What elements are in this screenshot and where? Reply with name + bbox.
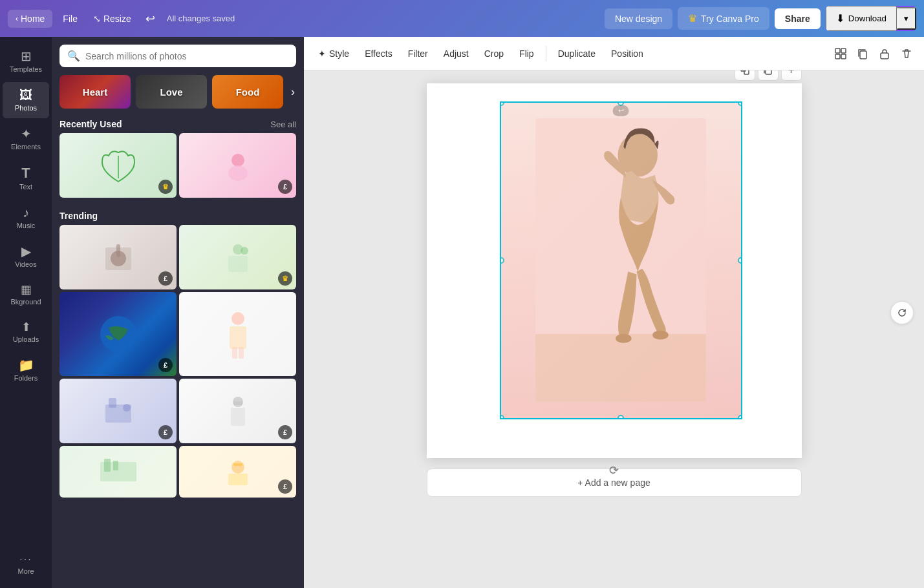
category-food[interactable]: Food [212, 75, 283, 109]
svg-rect-13 [239, 347, 244, 359]
trending-row-4: £ [59, 446, 296, 498]
svg-rect-34 [766, 70, 771, 74]
resize-handle-mr[interactable] [738, 257, 742, 264]
resize-handle-bm[interactable] [618, 415, 624, 419]
position-button[interactable]: Position [605, 45, 650, 63]
canvas-floating-controls: + [735, 70, 802, 81]
design-canvas[interactable]: ↩ [427, 83, 802, 458]
svg-point-39 [652, 331, 669, 340]
adjust-button[interactable]: Adjust [437, 45, 475, 63]
resize-button[interactable]: ⤡ Resize [88, 10, 136, 28]
list-item[interactable]: £ [59, 292, 177, 376]
category-heart[interactable]: Heart [59, 75, 131, 109]
svg-rect-32 [741, 70, 746, 71]
grid-view-button[interactable] [831, 44, 850, 63]
resize-handle-tl[interactable] [500, 101, 504, 106]
paid-badge: £ [158, 358, 173, 372]
svg-point-16 [123, 404, 131, 412]
svg-rect-15 [109, 398, 116, 408]
search-icon: 🔍 [67, 50, 80, 62]
detach-button[interactable] [735, 70, 755, 81]
text-icon: T [21, 166, 30, 180]
canvas-area: ✦ Style Effects Filter Adjust Crop Flip … [304, 37, 924, 588]
svg-point-23 [231, 461, 244, 474]
undo-button[interactable]: ↩ [142, 8, 159, 30]
sidebar-item-uploads[interactable]: ⬆ Uploads [3, 315, 49, 350]
resize-handle-tr[interactable] [738, 101, 742, 106]
list-item[interactable]: £ [59, 379, 177, 443]
photos-icon: 🖼 [19, 89, 32, 101]
sidebar-item-elements[interactable]: ✦ Elements [3, 121, 49, 157]
add-canvas-button[interactable]: + [781, 70, 802, 81]
sidebar-item-text[interactable]: T Text [3, 160, 49, 197]
sidebar-item-more[interactable]: ··· More [3, 548, 49, 582]
flip-button[interactable]: Flip [513, 45, 541, 63]
list-item[interactable]: ♛ [59, 133, 177, 198]
sidebar-item-videos[interactable]: ▶ Videos [3, 238, 49, 275]
trending-row-3: £ £ [59, 379, 296, 443]
sidebar-item-folders[interactable]: 📁 Folders [3, 352, 49, 388]
category-scroll-right[interactable]: › [288, 75, 297, 109]
sidebar-item-photos[interactable]: 🖼 Photos [3, 82, 49, 118]
sidebar-item-music[interactable]: ♪ Music [3, 200, 49, 236]
search-input[interactable] [85, 51, 288, 61]
home-button[interactable]: ‹ Home [8, 10, 52, 28]
search-bar: 🔍 [52, 37, 304, 72]
plus-icon: + [788, 70, 795, 76]
copy-button[interactable] [853, 44, 872, 63]
more-icon: ··· [19, 554, 32, 565]
svg-rect-31 [881, 53, 888, 59]
svg-rect-18 [231, 408, 245, 426]
rotate-handle[interactable]: ⟳ [609, 463, 619, 478]
resize-handle-tm[interactable] [618, 101, 624, 106]
canvas-scroll[interactable]: + [304, 70, 924, 588]
list-item[interactable]: £ [179, 379, 296, 443]
paid-badge: £ [278, 180, 292, 194]
new-design-button[interactable]: New design [605, 8, 672, 29]
resize-handle-bl[interactable] [500, 415, 504, 419]
style-button[interactable]: ✦ Style [312, 45, 356, 63]
refresh-button[interactable] [890, 301, 914, 324]
download-button-group: ⬇ Download ▾ [826, 6, 916, 31]
list-item[interactable] [179, 292, 296, 376]
lock-button[interactable] [875, 44, 894, 63]
save-status: All changes saved [167, 14, 235, 23]
category-strip: Heart Love Food › [52, 72, 304, 114]
list-item[interactable]: £ [59, 225, 177, 289]
crop-button[interactable]: Crop [478, 45, 510, 63]
svg-rect-12 [232, 347, 237, 359]
image-toolbar: ✦ Style Effects Filter Adjust Crop Flip … [304, 37, 924, 70]
copy-canvas-button[interactable] [758, 70, 779, 81]
try-pro-button[interactable]: ♛ Try Canva Pro [678, 7, 769, 30]
sidebar-item-templates[interactable]: ⊞ Templates [3, 43, 49, 79]
delete-button[interactable] [897, 44, 916, 63]
chevron-down-icon: ▾ [904, 14, 908, 23]
svg-rect-11 [230, 326, 246, 349]
photos-panel: 🔍 Heart Love Food › [52, 37, 304, 588]
effects-button[interactable]: Effects [358, 45, 399, 63]
category-love[interactable]: Love [136, 75, 207, 109]
share-button[interactable]: Share [775, 8, 821, 29]
sidebar-item-background[interactable]: ▦ Bkground [3, 277, 49, 312]
top-navigation: ‹ Home File ⤡ Resize ↩ All changes saved… [0, 0, 924, 37]
duplicate-button[interactable]: Duplicate [552, 45, 602, 63]
paid-badge: £ [158, 271, 173, 286]
resize-handle-ml[interactable] [500, 257, 504, 264]
file-button[interactable]: File [58, 10, 83, 28]
filter-button[interactable]: Filter [402, 45, 435, 63]
list-item[interactable] [59, 446, 177, 498]
resize-handle-br[interactable] [738, 415, 742, 419]
list-item[interactable]: £ [179, 446, 296, 498]
svg-point-1 [231, 154, 244, 167]
list-item[interactable]: ♛ [179, 225, 296, 289]
svg-point-10 [231, 312, 244, 325]
see-all-button[interactable]: See all [270, 120, 296, 129]
svg-point-37 [618, 134, 658, 177]
svg-rect-19 [233, 401, 242, 405]
download-chevron-button[interactable]: ▾ [897, 7, 916, 30]
list-item[interactable]: £ [179, 133, 296, 198]
recently-used-title: Recently Used [59, 119, 122, 129]
download-main-button[interactable]: ⬇ Download [826, 6, 897, 31]
selected-image[interactable]: ↩ [500, 101, 742, 419]
recently-used-header: Recently Used See all [52, 114, 304, 133]
